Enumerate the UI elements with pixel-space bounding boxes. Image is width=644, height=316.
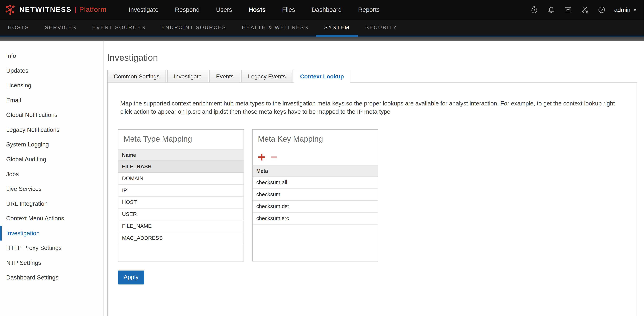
user-name: admin xyxy=(614,7,630,13)
content-top-strip xyxy=(0,37,644,41)
brand[interactable]: NETWITNESS | Platform xyxy=(0,4,112,15)
sidebar-item-global-auditing[interactable]: Global Auditing xyxy=(0,152,104,167)
remove-meta-key-button[interactable] xyxy=(271,156,277,158)
sidebar-item-ntp-settings[interactable]: NTP Settings xyxy=(0,255,104,270)
meta-key-toolbar xyxy=(252,149,378,165)
subnav-event-sources[interactable]: EVENT SOURCES xyxy=(84,20,153,36)
tab-legacy-events[interactable]: Legacy Events xyxy=(242,70,292,82)
panel-description: Map the supported context enrichment hub… xyxy=(120,100,618,116)
sidebar-item-info[interactable]: Info xyxy=(0,48,104,63)
nav-investigate[interactable]: Investigate xyxy=(120,0,167,20)
investigation-tabs: Common Settings Investigate Events Legac… xyxy=(107,70,637,82)
meta-type-mapping-box: Meta Type Mapping Name FILE_HASH DOMAIN … xyxy=(118,129,244,261)
meta-type-mapping-title: Meta Type Mapping xyxy=(118,130,244,149)
sidebar-item-licensing[interactable]: Licensing xyxy=(0,78,104,93)
netwitness-app: NETWITNESS | Platform Investigate Respon… xyxy=(0,0,644,316)
subnav-system[interactable]: SYSTEM xyxy=(316,20,358,36)
sidebar-item-live-services[interactable]: Live Services xyxy=(0,181,104,196)
sidebar-item-system-logging[interactable]: System Logging xyxy=(0,137,104,152)
sidebar-item-legacy-notifications[interactable]: Legacy Notifications xyxy=(0,122,104,137)
mapping-boxes: Meta Type Mapping Name FILE_HASH DOMAIN … xyxy=(118,129,637,261)
meta-type-column-header: Name xyxy=(118,149,244,161)
subnav-services[interactable]: SERVICES xyxy=(37,20,84,36)
subnav-health-wellness[interactable]: HEALTH & WELLNESS xyxy=(234,20,316,36)
svg-text:?: ? xyxy=(600,8,602,12)
help-icon[interactable]: ? xyxy=(598,6,606,14)
netwitness-logo-icon xyxy=(5,4,16,15)
meta-type-row-file-name[interactable]: FILE_NAME xyxy=(118,220,244,232)
nav-users[interactable]: Users xyxy=(208,0,240,20)
context-lookup-panel: Map the supported context enrichment hub… xyxy=(107,82,637,316)
meta-type-row-ip[interactable]: IP xyxy=(118,185,244,197)
user-menu[interactable]: admin xyxy=(614,7,637,13)
meta-key-row-checksum-src[interactable]: checksum.src xyxy=(252,213,378,225)
page-title: Investigation xyxy=(107,52,637,63)
admin-sub-nav: HOSTS SERVICES EVENT SOURCES ENDPOINT SO… xyxy=(0,20,644,37)
jobs-icon[interactable] xyxy=(564,6,572,14)
primary-nav: Investigate Respond Users Hosts Files Da… xyxy=(120,0,388,20)
bell-icon[interactable] xyxy=(547,6,555,14)
meta-key-mapping-box: Meta Key Mapping Meta checksum.all check… xyxy=(252,129,378,261)
nav-dashboard[interactable]: Dashboard xyxy=(303,0,350,20)
tab-events[interactable]: Events xyxy=(210,70,240,82)
meta-type-row-host[interactable]: HOST xyxy=(118,197,244,208)
main-pane: Investigation Common Settings Investigat… xyxy=(104,41,644,316)
sidebar-item-http-proxy-settings[interactable]: HTTP Proxy Settings xyxy=(0,241,104,256)
top-bar: NETWITNESS | Platform Investigate Respon… xyxy=(0,0,644,20)
timer-icon[interactable] xyxy=(530,6,538,14)
system-sidebar: Info Updates Licensing Email Global Noti… xyxy=(0,41,104,316)
tab-investigate[interactable]: Investigate xyxy=(167,70,208,82)
sidebar-item-context-menu-actions[interactable]: Context Menu Actions xyxy=(0,211,104,226)
content-area: Info Updates Licensing Email Global Noti… xyxy=(0,41,644,316)
meta-type-row-mac-address[interactable]: MAC_ADDRESS xyxy=(118,232,244,244)
chevron-down-icon xyxy=(633,9,636,11)
subnav-hosts[interactable]: HOSTS xyxy=(0,20,37,36)
topbar-actions: ? admin xyxy=(530,6,644,14)
sidebar-item-url-integration[interactable]: URL Integration xyxy=(0,196,104,211)
brand-product: Platform xyxy=(79,6,106,14)
sidebar-item-investigation[interactable]: Investigation xyxy=(0,226,104,241)
meta-type-row-file-hash[interactable]: FILE_HASH xyxy=(118,161,244,173)
brand-name: NETWITNESS xyxy=(19,6,72,14)
sidebar-item-dashboard-settings[interactable]: Dashboard Settings xyxy=(0,270,104,285)
sidebar-item-updates[interactable]: Updates xyxy=(0,63,104,78)
sidebar-item-jobs[interactable]: Jobs xyxy=(0,167,104,182)
nav-hosts[interactable]: Hosts xyxy=(240,0,274,20)
meta-key-mapping-title: Meta Key Mapping xyxy=(252,130,378,149)
nav-files[interactable]: Files xyxy=(274,0,303,20)
tab-common-settings[interactable]: Common Settings xyxy=(107,70,166,82)
nav-reports[interactable]: Reports xyxy=(350,0,388,20)
subnav-endpoint-sources[interactable]: ENDPOINT SOURCES xyxy=(154,20,234,36)
tools-icon[interactable] xyxy=(580,6,589,14)
meta-type-row-domain[interactable]: DOMAIN xyxy=(118,173,244,185)
brand-separator: | xyxy=(74,6,76,14)
meta-key-column-header: Meta xyxy=(252,165,378,177)
meta-key-row-checksum[interactable]: checksum xyxy=(252,189,378,201)
add-meta-key-button[interactable] xyxy=(258,154,265,160)
apply-button[interactable]: Apply xyxy=(118,271,144,284)
meta-key-row-checksum-all[interactable]: checksum.all xyxy=(252,177,378,189)
tab-context-lookup[interactable]: Context Lookup xyxy=(294,70,350,82)
nav-respond[interactable]: Respond xyxy=(167,0,208,20)
subnav-security[interactable]: SECURITY xyxy=(358,20,405,36)
sidebar-item-email[interactable]: Email xyxy=(0,93,104,108)
meta-type-row-user[interactable]: USER xyxy=(118,209,244,220)
sidebar-item-global-notifications[interactable]: Global Notifications xyxy=(0,108,104,122)
meta-key-row-checksum-dst[interactable]: checksum.dst xyxy=(252,201,378,213)
